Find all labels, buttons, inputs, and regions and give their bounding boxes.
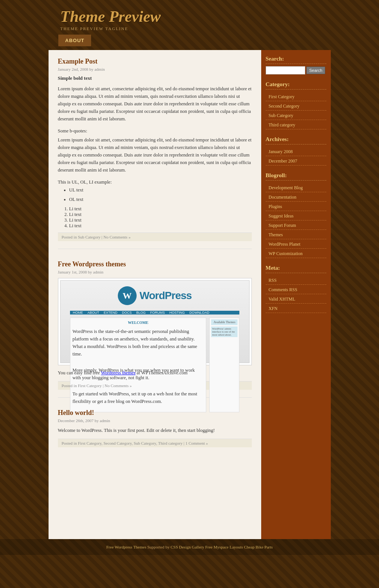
list-item: Li text	[69, 217, 252, 223]
list-item: First Category	[266, 92, 326, 101]
site-title: Theme Preview	[60, 8, 379, 26]
sidebar-category-label: Category:	[266, 81, 326, 90]
post-title-link[interactable]: Hello world!	[58, 409, 94, 416]
wp-nav-docs: DOCS	[122, 311, 132, 315]
sidebar-item-xfn[interactable]: XFN	[269, 306, 278, 311]
nav-about[interactable]: ABOUT	[58, 35, 91, 46]
post-text-after: at WPThemesArchive.com	[137, 370, 187, 375]
sidebar-item-first-category[interactable]: First Category	[269, 94, 295, 99]
wordpress-screenshot: W WordPress HOME ABOUT EXTEND DOCS BLOG …	[60, 280, 250, 363]
sidebar-item-dec-2007[interactable]: December 2007	[269, 158, 297, 164]
list-item: Second Category	[266, 101, 326, 111]
wp-main: WELCOME WordPress is the state-of-the-ar…	[70, 318, 207, 412]
sidebar-item-suggest-ideas[interactable]: Suggest Ideas	[269, 213, 294, 219]
sidebar-item-support-forum[interactable]: Support Forum	[269, 223, 296, 228]
post-title-link[interactable]: Example Post	[58, 58, 98, 65]
wp-body: WELCOME WordPress is the state-of-the-ar…	[70, 318, 240, 412]
post-bquotes-label: Some b-quotes:	[58, 127, 252, 135]
sidebar-category-section: Category: First Category Second Category…	[266, 81, 326, 129]
post-footer-text: Posted in Sub Category | No Comments »	[62, 235, 131, 239]
post-hello-world: Hello world! December 26th, 2007 by admi…	[58, 409, 252, 455]
list-item: Support Forum	[266, 220, 326, 230]
list-item: Suggest Ideas	[266, 211, 326, 220]
post-footer-text: Posted in First Category | No Comments »	[62, 383, 132, 388]
sidebar-item-comments-rss[interactable]: Comments RSS	[269, 287, 297, 292]
wp-nav-extend: EXTEND	[104, 311, 118, 315]
footer-link-bike-parts[interactable]: Cheap Bike Parts	[244, 545, 272, 549]
wp-logo-icon: W	[118, 286, 137, 305]
post-paragraph-2: Lorem ipsum dolor sit amet, consectetur …	[58, 136, 252, 174]
list-item: Comments RSS	[266, 285, 326, 294]
sidebar-item-third-category[interactable]: Third category	[269, 122, 295, 128]
sidebar-item-dev-blog[interactable]: Development Blog	[269, 185, 303, 190]
wp-welcome: WELCOME	[73, 320, 204, 325]
wp-admin: WordPress' admin interface is one of the…	[211, 327, 237, 337]
sidebar-meta-list: RSS Comments RSS Valid XHTML XFN	[266, 275, 326, 313]
wp-logo: W WordPress	[118, 286, 192, 305]
sidebar-blogroll-label: Blogroll:	[266, 172, 326, 181]
list-item: WP Customization	[266, 249, 326, 258]
sidebar-search-section: Search: Search	[266, 56, 326, 74]
sidebar-meta-section: Meta: RSS Comments RSS Valid XHTML XFN	[266, 265, 326, 313]
sidebar-item-second-category[interactable]: Second Category	[269, 103, 300, 109]
main-content: Example Post January 2nd, 2008 by admin …	[49, 50, 261, 539]
wp-nav-home: HOME	[73, 311, 83, 315]
post-footer: Posted in Sub Category | No Comments »	[58, 232, 252, 241]
list-item: XFN	[266, 304, 326, 313]
search-input[interactable]	[266, 66, 305, 74]
sidebar-item-themes[interactable]: Themes	[269, 232, 283, 237]
wp-available: Available Themes	[211, 319, 237, 325]
post-example: Example Post January 2nd, 2008 by admin …	[58, 58, 252, 249]
list-item: Documentation	[266, 192, 326, 202]
sidebar-item-plugins[interactable]: Plugins	[269, 204, 282, 209]
post-title: Free Wordpress themes	[58, 260, 252, 268]
list-item: Development Blog	[266, 183, 326, 192]
post-bold-text: Simple bold text	[58, 75, 252, 81]
footer-supported-by: Supported by	[147, 545, 169, 549]
list-item: UL text	[69, 187, 252, 193]
footer-link-myspace[interactable]: Free Myspace Layouts	[205, 545, 243, 549]
sidebar: Search: Search Category: First Category …	[261, 50, 331, 539]
post-link-themes[interactable]: Wordpress themes	[101, 370, 135, 375]
sidebar-item-wp-planet[interactable]: WordPress Planet	[269, 242, 301, 247]
sidebar-search-label: Search:	[266, 56, 326, 64]
sidebar-blogroll-list: Development Blog Documentation Plugins S…	[266, 183, 326, 258]
list-item: January 2008	[266, 147, 326, 156]
sidebar-item-rss[interactable]: RSS	[269, 278, 277, 283]
sidebar-item-wp-customization[interactable]: WP Customization	[269, 251, 303, 256]
search-button[interactable]: Search	[306, 67, 326, 74]
post-ol: Li text Li text Li text Li text	[69, 206, 252, 229]
post-meta: January 1st, 2008 by admin	[58, 270, 252, 274]
sidebar-category-list: First Category Second Category Sub Categ…	[266, 92, 326, 129]
footer-link-css-gallery[interactable]: CSS Design Gallery	[170, 545, 204, 549]
post-meta: December 26th, 2007 by admin	[58, 418, 252, 423]
footer-link-free-themes[interactable]: Free Wordpress Themes	[106, 545, 146, 549]
list-item: Li text	[69, 206, 252, 212]
sidebar-item-documentation[interactable]: Documentation	[269, 194, 297, 200]
nav-bar: ABOUT	[0, 35, 379, 46]
page-wrapper: Example Post January 2nd, 2008 by admin …	[49, 50, 331, 539]
post-ul-ol-label: This is UL, OL, LI example:	[58, 178, 252, 186]
wp-logo-text: WordPress	[140, 290, 192, 302]
list-item: Third category	[266, 120, 326, 129]
post-wordpress-themes: Free Wordpress themes January 1st, 2008 …	[58, 260, 252, 398]
sidebar-item-sub-category[interactable]: Sub Category	[269, 113, 294, 118]
site-footer: Free Wordpress Themes Supported by CSS D…	[0, 539, 379, 555]
site-header: Theme Preview THEME PREVIEW TAGLINE	[0, 0, 379, 35]
post-text-before: You can easy find free	[58, 370, 101, 375]
sidebar-archives-list: January 2008 December 2007	[266, 147, 326, 166]
post-title-link[interactable]: Free Wordpress themes	[58, 260, 126, 268]
list-item: RSS	[266, 275, 326, 285]
list-item: Plugins	[266, 202, 326, 211]
post-title: Example Post	[58, 58, 252, 65]
wp-nav-download: DOWNLOAD	[189, 311, 209, 315]
site-tagline: THEME PREVIEW TAGLINE	[60, 26, 379, 31]
sidebar-item-valid-xhtml[interactable]: Valid XHTML	[269, 296, 295, 302]
post-paragraph-1: Lorem ipsum dolor sit amet, consectetur …	[58, 85, 252, 123]
post-image-container: W WordPress HOME ABOUT EXTEND DOCS BLOG …	[58, 278, 252, 365]
sidebar-meta-label: Meta:	[266, 265, 326, 273]
post-footer-text: Posted in First Category, Second Categor…	[62, 441, 208, 445]
list-item: Li text	[69, 223, 252, 229]
sidebar-item-jan-2008[interactable]: January 2008	[269, 149, 293, 154]
sidebar-blogroll-section: Blogroll: Development Blog Documentation…	[266, 172, 326, 258]
